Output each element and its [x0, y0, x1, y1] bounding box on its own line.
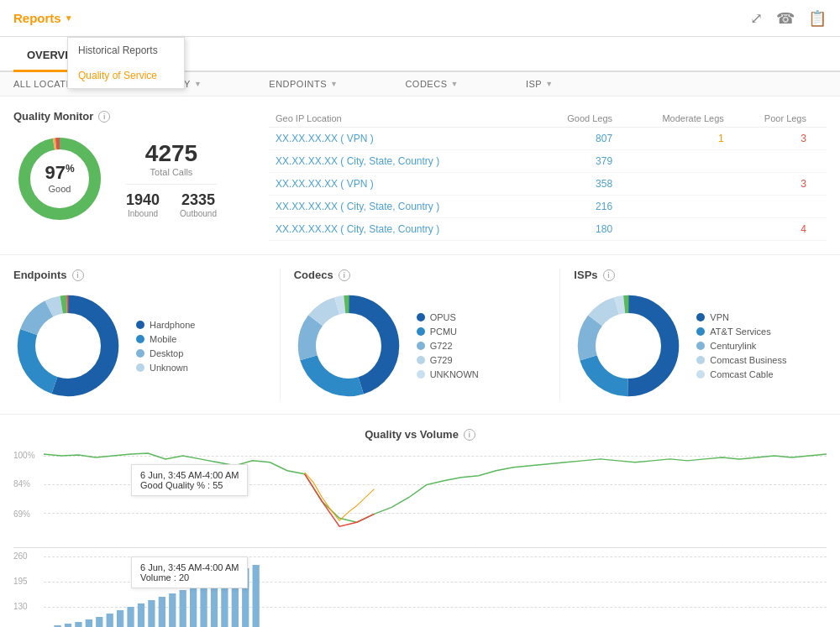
- geo-table-row[interactable]: XX.XX.XX.XX ( City, State, Country ) 379: [269, 150, 827, 173]
- endpoints-donut: [13, 291, 123, 400]
- svg-rect-41: [253, 565, 260, 627]
- legend-item: Unknown: [136, 363, 195, 373]
- legend-dot: [417, 356, 425, 364]
- endpoints-legend: Hardphone Mobile Desktop Unknown: [136, 320, 195, 373]
- legend-label: UNKNOWN: [430, 369, 479, 379]
- legend-label: AT&T Services: [710, 327, 770, 337]
- isps-info-icon[interactable]: i: [603, 269, 615, 281]
- top-section: Quality Monitor i 97% Good: [0, 97, 840, 255]
- geo-moderate-legs: [619, 150, 731, 173]
- legend-label: Mobile: [150, 334, 176, 344]
- quality-monitor-center: 97% Good: [45, 162, 74, 196]
- quality-good-label: Good: [45, 185, 74, 196]
- geo-good-legs: 180: [532, 218, 619, 241]
- legend-dot: [696, 327, 705, 336]
- share-icon[interactable]: ⤢: [750, 9, 763, 28]
- geo-table: Geo IP Location Good Legs Moderate Legs …: [269, 110, 827, 241]
- legend-dot: [417, 370, 425, 379]
- legend-item: Comcast Business: [696, 355, 786, 365]
- quality-vs-volume-title: Quality vs Volume i: [13, 428, 827, 441]
- isps-title: ISPs i: [574, 269, 827, 281]
- legend-dot: [417, 342, 425, 350]
- inbound-number: 1940: [126, 191, 160, 209]
- legend-dot: [136, 335, 144, 343]
- line-chart-wrap: 100% 84% 69% 6 Jun, 3:45 AM-4:00 AM Good…: [13, 447, 827, 548]
- legend-item: AT&T Services: [696, 327, 786, 337]
- legend-dot: [136, 363, 144, 372]
- geo-table-row[interactable]: XX.XX.XX.XX ( City, State, Country ) 180…: [269, 218, 827, 241]
- geo-table-row[interactable]: XX.XX.XX.XX ( VPN ) 358 3: [269, 173, 827, 196]
- line-chart-tooltip: 6 Jun, 3:45 AM-4:00 AM Good Quality % : …: [131, 464, 248, 496]
- legend-dot: [696, 342, 705, 350]
- legend-dot: [696, 370, 705, 379]
- geo-location[interactable]: XX.XX.XX.XX ( City, State, Country ): [269, 218, 532, 241]
- isps-donut-svg: [574, 291, 683, 400]
- legend-item: G729: [417, 355, 479, 365]
- line-chart-svg: [44, 447, 827, 547]
- svg-rect-27: [107, 614, 113, 627]
- geo-table-row[interactable]: XX.XX.XX.XX ( VPN ) 807 1 3: [269, 128, 827, 150]
- svg-rect-36: [200, 582, 207, 627]
- quality-monitor-donut: 97% Good: [13, 133, 106, 225]
- y-label-69: 69%: [13, 509, 30, 519]
- legend-label: Desktop: [150, 348, 183, 358]
- geo-good-legs: 807: [532, 128, 619, 150]
- quality-vs-volume-info-icon[interactable]: i: [464, 429, 475, 441]
- filter-endpoints-label: ENDPOINTS: [269, 79, 327, 89]
- geo-poor-legs: 3: [731, 173, 813, 196]
- isps-legend: VPN AT&T Services Centurylink Comcast Bu…: [696, 312, 786, 379]
- endpoints-info-icon[interactable]: i: [72, 269, 84, 281]
- legend-dot: [417, 313, 425, 321]
- line-tooltip-value: Good Quality % : 55: [140, 480, 239, 490]
- geo-good-legs: 358: [532, 173, 619, 196]
- legend-item: Comcast Cable: [696, 369, 786, 379]
- reports-button[interactable]: Reports ▼: [13, 11, 73, 25]
- quality-monitor-title: Quality Monitor i: [13, 110, 249, 123]
- menu-quality-of-service[interactable]: Quality of Service: [68, 63, 184, 88]
- isps-panel: ISPs i VPN AT&T Services: [559, 269, 827, 400]
- bar-tooltip-value: Volume : 20: [140, 572, 239, 583]
- geo-location[interactable]: XX.XX.XX.XX ( City, State, Country ): [269, 196, 532, 218]
- endpoints-panel: Endpoints i Hardphone Mobile: [13, 269, 280, 400]
- isps-donut: [574, 291, 683, 400]
- quality-monitor-info-icon[interactable]: i: [98, 111, 110, 123]
- geo-location[interactable]: XX.XX.XX.XX ( VPN ): [269, 173, 532, 196]
- filter-codecs[interactable]: CODECS ▼: [405, 79, 475, 89]
- outbound-label: Outbound: [180, 209, 217, 218]
- legend-item: G722: [417, 341, 479, 351]
- codecs-info-icon[interactable]: i: [339, 269, 350, 281]
- geo-moderate-legs: [619, 218, 731, 241]
- legend-dot: [696, 313, 705, 321]
- legend-label: Hardphone: [150, 320, 195, 330]
- svg-rect-30: [138, 603, 144, 627]
- inbound-label: Inbound: [126, 209, 160, 218]
- legend-label: PCMU: [430, 327, 457, 337]
- geo-location[interactable]: XX.XX.XX.XX ( VPN ): [269, 128, 532, 150]
- reports-dropdown-menu: Historical Reports Quality of Service: [67, 37, 185, 89]
- quality-monitor-panel: Quality Monitor i 97% Good: [13, 110, 249, 241]
- line-tooltip-date: 6 Jun, 3:45 AM-4:00 AM: [140, 470, 239, 480]
- legend-label: Comcast Cable: [710, 369, 773, 379]
- endpoints-donut-legend: Hardphone Mobile Desktop Unknown: [13, 291, 266, 400]
- legend-dot: [696, 356, 705, 364]
- clipboard-icon[interactable]: 📋: [808, 9, 827, 28]
- phone-icon[interactable]: ☎: [776, 9, 795, 28]
- y-label-100: 100%: [13, 451, 35, 460]
- quality-monitor-stats: 4275 Total Calls 1940 Inbound 2335 Outbo…: [126, 140, 217, 218]
- geo-location[interactable]: XX.XX.XX.XX ( City, State, Country ): [269, 150, 532, 173]
- geo-good-legs: 216: [532, 196, 619, 218]
- filter-endpoints[interactable]: ENDPOINTS ▼: [269, 79, 354, 89]
- geo-table-row[interactable]: XX.XX.XX.XX ( City, State, Country ) 216: [269, 196, 827, 218]
- inbound-outbound-row: 1940 Inbound 2335 Outbound: [126, 191, 217, 218]
- menu-historical-reports[interactable]: Historical Reports: [68, 38, 184, 63]
- codecs-panel: Codecs i OPUS PCMU: [280, 269, 560, 400]
- endpoints-chevron: ▼: [330, 80, 338, 88]
- legend-label: VPN: [710, 312, 729, 322]
- reports-dropdown-arrow: ▼: [65, 13, 73, 23]
- filter-codecs-label: CODECS: [405, 79, 447, 89]
- geo-poor-legs: 3: [731, 128, 813, 150]
- svg-rect-23: [65, 624, 71, 627]
- legend-item: Hardphone: [136, 320, 195, 330]
- filter-isp[interactable]: ISP ▼: [526, 79, 570, 89]
- bar-chart-tooltip: 6 Jun, 3:45 AM-4:00 AM Volume : 20: [131, 556, 248, 588]
